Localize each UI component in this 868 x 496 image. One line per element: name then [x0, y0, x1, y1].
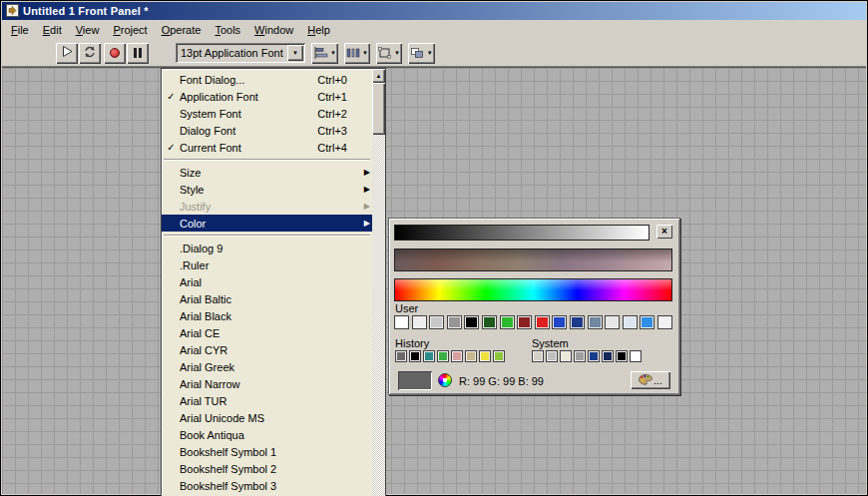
dropdown-caret-icon: ▼	[427, 50, 433, 56]
color-swatch[interactable]	[500, 315, 515, 329]
menu-item-font-arial-tur[interactable]: Arial TUR	[162, 392, 372, 409]
menu-operate[interactable]: Operate	[155, 21, 209, 40]
color-picker: × User History System R: 99 G: 99 B: 99 …	[388, 218, 680, 395]
more-colors-button[interactable]: ...	[631, 371, 670, 389]
color-swatch[interactable]	[517, 315, 532, 329]
menu-item-font-arial-greek[interactable]: Arial Greek	[162, 358, 372, 375]
color-swatch[interactable]	[465, 350, 477, 362]
color-swatch[interactable]	[560, 350, 572, 362]
font-selector[interactable]: 13pt Application Font ▼	[176, 43, 305, 63]
menu-item-justify[interactable]: Justify ▶	[162, 198, 372, 215]
menu-item-system-font[interactable]: System Font Ctrl+2	[162, 105, 372, 122]
menu-item-current-font[interactable]: ✓ Current Font Ctrl+4	[162, 139, 372, 156]
menu-item-font-dialog-9[interactable]: .Dialog 9	[162, 240, 372, 256]
close-icon: ×	[661, 226, 667, 237]
color-swatch[interactable]	[493, 350, 505, 362]
color-swatch[interactable]	[451, 350, 463, 362]
color-swatch[interactable]	[532, 350, 544, 362]
color-swatch[interactable]	[574, 350, 586, 362]
reorder-objects-button[interactable]: ▼	[408, 43, 435, 64]
color-swatch[interactable]	[447, 315, 462, 329]
menubar: FileEditViewProjectOperateToolsWindowHel…	[2, 20, 866, 40]
color-swatch[interactable]	[623, 315, 638, 329]
menu-item-dialog-font[interactable]: Dialog Font Ctrl+3	[162, 122, 372, 139]
menu-window[interactable]: Window	[247, 21, 300, 40]
color-swatch[interactable]	[479, 350, 491, 362]
dropdown-arrow-icon[interactable]: ▼	[287, 45, 303, 61]
pause-button[interactable]	[127, 43, 149, 64]
menu-item-font-arial-ce[interactable]: Arial CE	[162, 324, 372, 341]
menu-item-font-ruler[interactable]: .Ruler	[162, 256, 372, 273]
menu-project[interactable]: Project	[106, 21, 154, 40]
menu-scrollbar[interactable]: ▲	[372, 69, 385, 496]
spectrum-ramp[interactable]	[394, 278, 672, 301]
color-swatch[interactable]	[412, 315, 427, 329]
rgb-value: R: 99 G: 99 B: 99	[459, 375, 544, 387]
menu-edit[interactable]: Edit	[36, 21, 69, 40]
menu-item-font-arial-baltic[interactable]: Arial Baltic	[162, 290, 372, 307]
color-swatch[interactable]	[570, 315, 585, 329]
menu-item-style[interactable]: Style ▶	[162, 181, 372, 198]
menu-item-font-bookshelf-symbol-3[interactable]: Bookshelf Symbol 3	[162, 477, 372, 494]
menu-item-application-font[interactable]: ✓ Application Font Ctrl+1	[162, 88, 372, 105]
color-swatch[interactable]	[552, 315, 567, 329]
color-swatch[interactable]	[588, 315, 603, 329]
color-swatch[interactable]	[616, 350, 628, 362]
menu-file[interactable]: File	[4, 21, 36, 40]
history-label: History	[395, 337, 429, 349]
menu-item-font-arial-cyr[interactable]: Arial CYR	[162, 341, 372, 358]
align-objects-icon	[313, 47, 328, 59]
color-swatch[interactable]	[657, 315, 672, 329]
palette-icon	[639, 374, 652, 387]
muted-color-ramp[interactable]	[394, 248, 672, 271]
color-swatch[interactable]	[429, 315, 444, 329]
color-swatch[interactable]	[588, 350, 600, 362]
menu-help[interactable]: Help	[300, 21, 337, 40]
distribute-objects-button[interactable]: ▼	[344, 43, 370, 64]
menu-item-font-dialog[interactable]: Font Dialog... Ctrl+0	[162, 71, 372, 88]
menu-item-font-bookshelf-symbol-1[interactable]: Bookshelf Symbol 1	[162, 443, 372, 460]
menu-item-font-arial-unicode-ms[interactable]: Arial Unicode MS	[162, 409, 372, 426]
system-swatches	[532, 350, 642, 362]
color-swatch[interactable]	[437, 350, 449, 362]
dropdown-caret-icon: ▼	[362, 50, 368, 56]
menu-item-font-arial-black[interactable]: Arial Black	[162, 307, 372, 324]
color-swatch[interactable]	[605, 315, 620, 329]
color-swatch[interactable]	[464, 315, 479, 329]
color-swatch[interactable]	[535, 315, 550, 329]
align-objects-button[interactable]: ▼	[311, 43, 338, 64]
color-swatch[interactable]	[409, 350, 421, 362]
labview-window: Untitled 1 Front Panel * FileEditViewPro…	[0, 0, 868, 496]
menu-item-font-bookshelf-symbol-2[interactable]: Bookshelf Symbol 2	[162, 460, 372, 477]
menu-item-font-arial[interactable]: Arial	[162, 273, 372, 290]
dropdown-caret-icon: ▼	[394, 50, 400, 56]
scrollbar-thumb[interactable]	[372, 83, 385, 135]
close-button[interactable]: ×	[656, 225, 672, 239]
scroll-up-button[interactable]: ▲	[372, 69, 385, 83]
color-swatch[interactable]	[640, 315, 654, 329]
grayscale-ramp[interactable]	[394, 225, 650, 241]
menu-view[interactable]: View	[69, 21, 107, 40]
color-swatch[interactable]	[602, 350, 614, 362]
window-titlebar[interactable]: Untitled 1 Front Panel *	[2, 2, 866, 20]
color-wheel-icon[interactable]	[438, 373, 452, 387]
abort-button[interactable]	[104, 43, 126, 64]
run-continuously-button[interactable]	[79, 43, 101, 64]
abort-icon	[110, 48, 120, 58]
color-swatch[interactable]	[394, 315, 409, 329]
color-swatch[interactable]	[395, 350, 407, 362]
resize-objects-button[interactable]: ▼	[376, 43, 402, 64]
color-swatch[interactable]	[482, 315, 497, 329]
menu-item-color[interactable]: Color ▶	[162, 215, 372, 232]
menu-item-size[interactable]: Size ▶	[162, 164, 372, 181]
font-selector-value: 13pt Application Font	[176, 47, 287, 59]
menu-item-font-arial-narrow[interactable]: Arial Narrow	[162, 375, 372, 392]
color-swatch[interactable]	[546, 350, 558, 362]
run-button[interactable]	[56, 43, 78, 64]
menu-tools[interactable]: Tools	[208, 21, 247, 40]
pause-icon	[134, 48, 142, 58]
user-label: User	[395, 302, 418, 314]
color-swatch[interactable]	[630, 350, 642, 362]
color-swatch[interactable]	[423, 350, 435, 362]
menu-item-font-book-antiqua[interactable]: Book Antiqua	[162, 426, 372, 443]
